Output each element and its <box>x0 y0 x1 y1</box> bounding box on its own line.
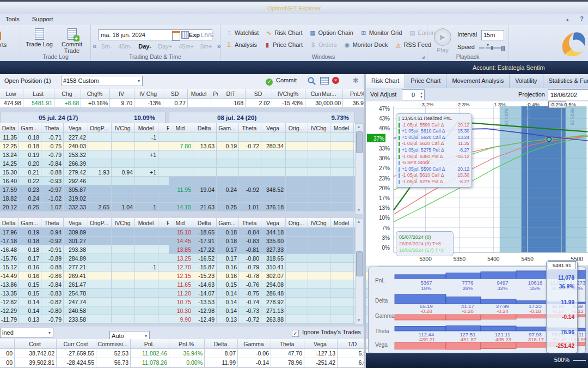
cell[interactable]: 0.16 <box>217 263 239 272</box>
cell[interactable]: 0.15 <box>19 280 41 289</box>
cell[interactable]: -12.29 <box>0 306 19 315</box>
cell[interactable] <box>112 263 135 272</box>
cell[interactable]: -0.94 <box>41 228 64 237</box>
cell[interactable] <box>169 150 193 159</box>
cell[interactable]: -12.49 <box>193 315 217 324</box>
cell[interactable]: -0.72 <box>239 315 261 324</box>
cell[interactable]: 0.19 <box>19 150 41 159</box>
cell[interactable] <box>88 315 112 324</box>
tab-price-chart[interactable]: Price Chart <box>405 74 446 88</box>
cell[interactable] <box>261 150 286 159</box>
table-row[interactable]: 18.820.24-1.02319.02 <box>0 194 186 203</box>
cell[interactable]: 332.33 <box>64 203 88 212</box>
cell[interactable] <box>88 280 112 289</box>
cell[interactable]: -0.80 <box>41 306 64 315</box>
cell[interactable] <box>112 194 135 203</box>
menu-support[interactable]: Support <box>27 14 59 24</box>
cell[interactable]: 56.73 <box>96 358 131 367</box>
cell[interactable]: 263.88 <box>261 315 286 324</box>
cell[interactable] <box>88 177 112 185</box>
cell[interactable]: -0.79 <box>41 150 64 159</box>
cell[interactable]: 0.94 <box>112 168 135 177</box>
cell[interactable] <box>88 194 112 203</box>
table-row[interactable]: 9.90-12.490.13-0.72263.88 <box>169 315 378 324</box>
table-row[interactable]: 16.400.22-0.93292.46 <box>0 177 186 185</box>
cell[interactable]: 00 <box>0 349 15 358</box>
cell[interactable]: 344.18 <box>261 228 286 237</box>
cell[interactable] <box>330 280 354 289</box>
cell[interactable]: 302.07 <box>261 272 286 280</box>
cell[interactable]: 0.16 <box>217 272 239 280</box>
scroll-thumb[interactable] <box>356 251 363 276</box>
cell[interactable]: -1 <box>135 203 158 212</box>
cell[interactable] <box>135 280 158 289</box>
cell[interactable] <box>135 306 158 315</box>
cell[interactable] <box>286 289 308 298</box>
cell[interactable]: -0.76 <box>239 280 261 289</box>
cell[interactable]: 293.38 <box>64 245 88 254</box>
table-row[interactable]: 17.590.23-0.97305.87 <box>0 185 186 194</box>
cell[interactable]: 0.18 <box>19 133 41 142</box>
cell[interactable] <box>112 272 135 280</box>
cell[interactable] <box>88 272 112 280</box>
date-nav-5m+[interactable]: 5m+ <box>200 43 212 50</box>
date-nav-45m+[interactable]: 45m+ <box>179 43 194 50</box>
cell[interactable]: 7.80 <box>169 142 193 150</box>
scroll-thumb[interactable] <box>356 131 363 153</box>
cell[interactable] <box>330 237 354 245</box>
cell[interactable] <box>239 194 261 203</box>
cell[interactable] <box>286 185 308 194</box>
cell[interactable]: 0.17 <box>217 245 239 254</box>
cell[interactable] <box>308 298 330 306</box>
current-price-marker[interactable] <box>547 137 551 142</box>
cell[interactable] <box>88 237 112 245</box>
cell[interactable]: +0.16% <box>81 99 110 108</box>
group-expand-icon[interactable]: ◢ <box>422 55 425 59</box>
cell[interactable]: 2.02 <box>246 99 272 108</box>
cell[interactable]: 17.59 <box>0 185 19 194</box>
cell[interactable]: -12.98 <box>193 306 217 315</box>
cell[interactable]: 292.46 <box>64 177 88 185</box>
cell[interactable] <box>135 298 158 306</box>
cell[interactable] <box>112 298 135 306</box>
cell[interactable]: 11.20 <box>169 289 193 298</box>
cell[interactable] <box>88 185 112 194</box>
cell[interactable]: -13.35 <box>0 289 19 298</box>
cell[interactable]: -0.71 <box>41 133 64 142</box>
cell[interactable]: 0.18 <box>19 142 41 150</box>
cell[interactable]: -27,659.55 <box>57 349 96 358</box>
cell[interactable]: 0.17 <box>19 254 41 263</box>
table-row[interactable]: 12.70-15.870.16-0.79310.41 <box>169 263 378 272</box>
table-row[interactable]: -17.180.18-0.92301.27 <box>0 237 186 245</box>
cell[interactable]: 284.89 <box>64 254 88 263</box>
cell[interactable]: -13% <box>134 99 163 108</box>
cell[interactable] <box>239 168 261 177</box>
trading-date-field[interactable]: ma. 18 jun. 2024 Exp LIVE <box>98 29 212 40</box>
cell[interactable]: 0.17 <box>217 254 239 263</box>
cell[interactable]: 21.63 <box>193 203 217 212</box>
cell[interactable] <box>330 272 354 280</box>
cell[interactable]: -17.18 <box>0 237 19 245</box>
table-row[interactable] <box>169 159 378 168</box>
cell[interactable]: -0.78 <box>239 272 261 280</box>
table-row[interactable]: 474.985481.91+8.68+0.16%9.70-13%0.27-5 <box>0 99 237 108</box>
cell[interactable]: 269.41 <box>64 272 88 280</box>
cell[interactable]: 261.47 <box>64 280 88 289</box>
table-row[interactable]: 7.8013.630.19-0.72280.34 <box>169 142 378 150</box>
cell[interactable] <box>308 194 330 203</box>
table-row[interactable]: 0039,502.81-28,424.5556.7311,078.260.00%… <box>0 358 396 367</box>
cell[interactable] <box>88 289 112 298</box>
cell[interactable]: -0.93 <box>41 177 64 185</box>
cell[interactable] <box>88 150 112 159</box>
cell[interactable]: 0.15 <box>217 280 239 289</box>
cell[interactable] <box>308 203 330 212</box>
cell[interactable]: -0.83 <box>41 289 64 298</box>
cell[interactable]: -251.42 <box>304 358 338 367</box>
cell[interactable]: 11,082.46 <box>131 349 169 358</box>
tab-statistics-fundamenta[interactable]: Statistics & Fundamenta <box>543 74 588 88</box>
cell[interactable]: 0.16 <box>19 263 41 272</box>
cell[interactable]: -0.82 <box>41 298 64 306</box>
cell[interactable] <box>88 298 112 306</box>
ignore-trades-checkbox[interactable]: ✓ Ignore Today's Trades <box>292 329 361 337</box>
table-row[interactable]: 15.10-18.650.18-0.84344.18 <box>169 228 378 237</box>
